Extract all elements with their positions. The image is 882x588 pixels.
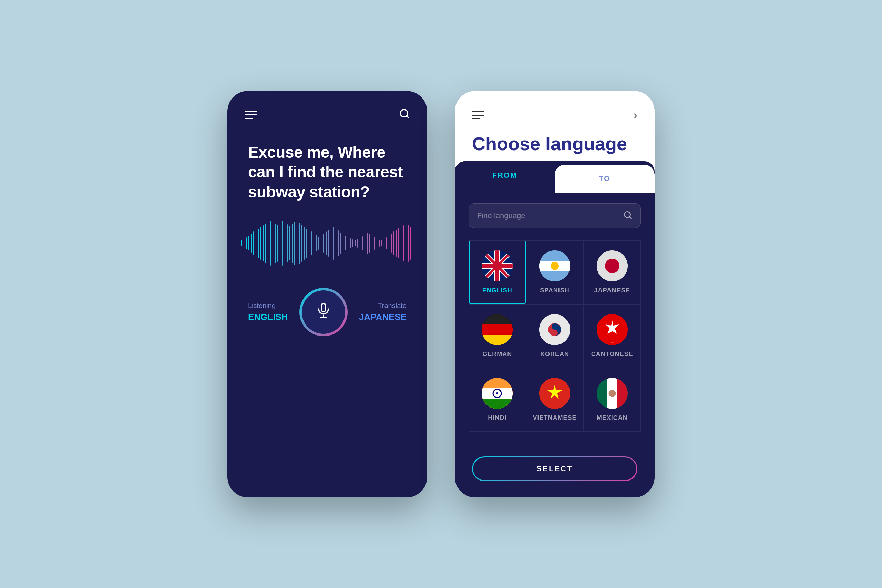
waveform-bar — [248, 236, 249, 250]
listening-language: ENGLISH — [248, 312, 288, 322]
waveform-bar — [270, 221, 271, 266]
svg-point-21 — [552, 263, 557, 268]
search-icon-dark — [623, 210, 632, 221]
waveform-bar — [241, 240, 242, 246]
svg-rect-2 — [321, 303, 326, 312]
flag-hindi — [482, 378, 513, 409]
svg-point-31 — [552, 324, 558, 330]
waveform-bar — [253, 231, 254, 255]
waveform-bar — [364, 235, 365, 252]
waveform-bar — [265, 224, 266, 263]
svg-rect-52 — [617, 378, 628, 409]
waveform-bar — [258, 229, 259, 258]
waveform-bar — [251, 234, 252, 253]
svg-rect-43 — [482, 399, 513, 409]
forward-icon[interactable]: › — [633, 108, 638, 123]
main-transcript: Excuse me, Where can I find the nearest … — [227, 129, 427, 202]
waveform-bar — [292, 224, 292, 263]
grid-divider — [455, 432, 655, 432]
tab-from[interactable]: FROM — [455, 161, 555, 193]
microphone-icon — [315, 302, 332, 322]
waveform-bar — [294, 222, 295, 265]
waveform-bar — [244, 239, 244, 248]
waveform-bar — [413, 229, 413, 258]
lang-name-mexican: MEXICAN — [597, 414, 628, 422]
search-bar[interactable]: Find language — [469, 203, 641, 228]
waveform-bar — [331, 229, 332, 258]
lang-cell-cantonese[interactable]: CANTONESE — [583, 304, 641, 368]
phone2-header: › — [472, 108, 638, 123]
svg-point-53 — [609, 390, 616, 397]
flag-german — [482, 314, 513, 345]
waveform-bar — [379, 240, 380, 247]
waveform-bar — [323, 234, 324, 253]
waveform-bar — [246, 237, 247, 249]
waveform-bar — [338, 231, 339, 256]
waveform-bar — [357, 239, 358, 248]
waveform-bar — [299, 222, 300, 264]
waveform-bar — [306, 229, 307, 258]
lang-cell-japanese[interactable]: JAPANESE — [583, 240, 641, 304]
phone1-header — [227, 91, 427, 129]
phone1-bottom: Listening ENGLISH Translate JAPANESE — [227, 278, 427, 357]
lang-cell-german[interactable]: GERMAN — [469, 304, 526, 368]
flag-japanese — [597, 250, 628, 281]
lang-cell-vietnamese[interactable]: VIETNAMESE — [526, 368, 584, 432]
lang-cell-english[interactable]: ENGLISH — [469, 240, 526, 304]
phone2-main: Find language — [455, 193, 655, 497]
waveform-bar — [297, 221, 297, 266]
waveform-bar — [367, 232, 368, 254]
svg-rect-26 — [482, 314, 513, 324]
translate-language: JAPANESE — [359, 312, 406, 322]
lang-name-spanish: SPANISH — [540, 287, 570, 294]
waveform-bar — [336, 228, 336, 258]
search-icon[interactable] — [399, 108, 410, 122]
waveform-bar — [328, 230, 329, 256]
lang-cell-korean[interactable]: KOREAN — [526, 304, 584, 368]
lang-cell-mexican[interactable]: MEXICAN — [583, 368, 641, 432]
lang-name-korean: KOREAN — [540, 351, 569, 358]
svg-rect-27 — [482, 324, 513, 335]
waveform-bar — [396, 230, 396, 256]
waveform-bar — [381, 240, 382, 246]
svg-point-16 — [482, 250, 513, 281]
waveform-bar — [278, 225, 278, 262]
svg-point-7 — [482, 250, 513, 281]
listening-label: Listening — [248, 302, 288, 310]
svg-line-1 — [406, 116, 409, 118]
select-button[interactable]: SELECT — [473, 458, 636, 480]
lang-name-english: ENGLISH — [482, 287, 512, 294]
waveform-bar — [287, 224, 288, 262]
lang-cell-spanish[interactable]: SPANISH — [526, 240, 584, 304]
tab-to[interactable]: TO — [555, 165, 655, 193]
phone-2: › Choose language FROM TO Find language — [455, 91, 655, 497]
mic-button-inner — [302, 290, 345, 334]
page-title: Choose language — [472, 133, 638, 161]
flag-english — [482, 250, 513, 281]
phone2-content: › Choose language FROM TO Find language — [455, 91, 655, 497]
lang-cell-hindi[interactable]: HINDI — [469, 368, 526, 432]
flag-cantonese — [597, 314, 628, 345]
waveform-bar — [309, 231, 309, 256]
svg-point-46 — [496, 392, 498, 394]
mic-button[interactable] — [299, 288, 348, 336]
flag-mexican — [597, 378, 628, 409]
select-button-container: SELECT — [455, 446, 655, 497]
waveform-bar — [374, 237, 375, 250]
svg-line-13 — [482, 250, 513, 281]
waveform-bar — [340, 232, 341, 254]
waveform-bar — [304, 227, 304, 260]
waveform-bar — [384, 239, 384, 248]
menu-icon[interactable] — [244, 111, 257, 119]
language-selector: Find language — [455, 193, 655, 446]
svg-line-12 — [482, 250, 513, 281]
flag-vietnamese — [539, 378, 570, 409]
lang-name-vietnamese: VIETNAMESE — [532, 414, 576, 422]
menu-icon-dark[interactable] — [472, 111, 484, 119]
waveform-bar — [348, 237, 348, 249]
waveform-bar — [360, 238, 360, 249]
waveform-bar — [403, 225, 404, 261]
waveform-bar — [256, 231, 256, 256]
waveform-bar — [393, 231, 394, 255]
waveform-bar — [362, 236, 363, 250]
